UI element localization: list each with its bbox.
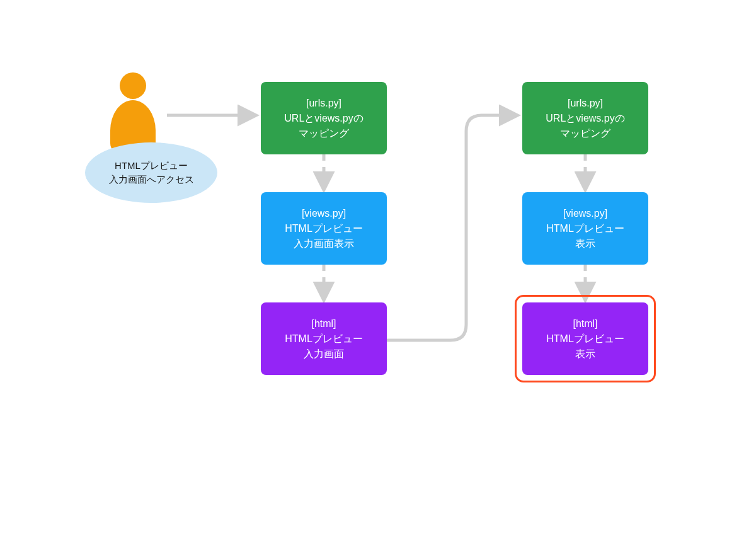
node-right-views: [views.py] HTMLプレビュー 表示	[522, 192, 648, 265]
node-left-html: [html] HTMLプレビュー 入力画面	[261, 302, 387, 375]
node-left-views-line3: 入力画面表示	[294, 236, 354, 251]
node-left-views-line1: [views.py]	[302, 206, 346, 221]
node-left-html-line2: HTMLプレビュー	[285, 331, 363, 347]
node-left-urls: [urls.py] URLとviews.pyの マッピング	[261, 82, 387, 154]
annotation-ellipse: HTMLプレビュー 入力画面へアクセス	[85, 142, 217, 203]
diagram-canvas: HTMLプレビュー 入力画面へアクセス [urls.py] URLとviews.…	[0, 0, 756, 540]
node-right-urls-line3: マッピング	[560, 126, 610, 141]
node-right-views-line3: 表示	[575, 236, 595, 251]
node-left-urls-line1: [urls.py]	[306, 96, 341, 111]
node-left-views: [views.py] HTMLプレビュー 入力画面表示	[261, 192, 387, 265]
annotation-line1: HTMLプレビュー	[115, 159, 188, 173]
node-right-views-line1: [views.py]	[563, 206, 607, 221]
node-left-urls-line2: URLとviews.pyの	[284, 111, 363, 126]
node-right-html-line2: HTMLプレビュー	[546, 331, 624, 347]
node-right-urls-line1: [urls.py]	[568, 96, 603, 111]
node-right-urls: [urls.py] URLとviews.pyの マッピング	[522, 82, 648, 154]
node-right-urls-line2: URLとviews.pyの	[546, 111, 624, 126]
node-right-views-line2: HTMLプレビュー	[546, 221, 624, 236]
node-right-html: [html] HTMLプレビュー 表示	[522, 302, 648, 375]
node-left-html-line3: 入力画面	[304, 347, 344, 362]
arrow-left-html-to-right-urls	[387, 115, 517, 340]
actor-head	[120, 72, 146, 99]
node-right-html-line3: 表示	[575, 347, 595, 362]
node-left-urls-line3: マッピング	[299, 126, 349, 141]
node-left-views-line2: HTMLプレビュー	[285, 221, 363, 236]
node-left-html-line1: [html]	[311, 316, 336, 331]
annotation-line2: 入力画面へアクセス	[109, 173, 194, 187]
node-right-html-line1: [html]	[573, 316, 597, 331]
